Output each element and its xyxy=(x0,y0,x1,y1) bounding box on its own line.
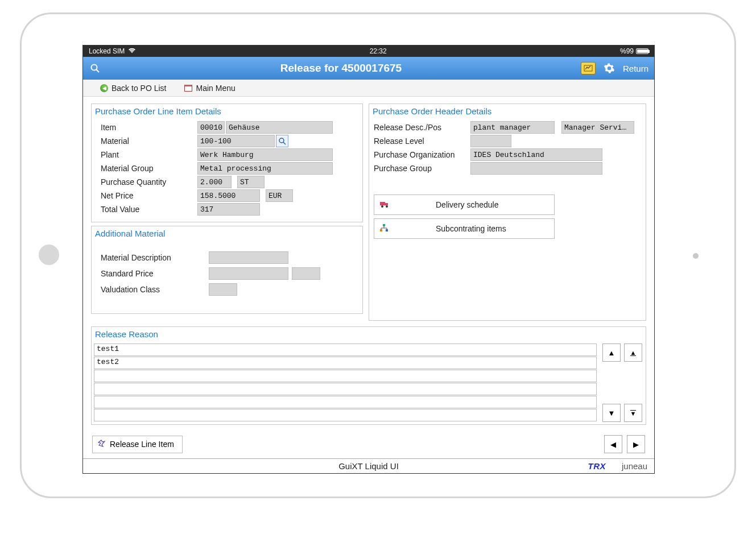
delivery-label: Delivery schedule xyxy=(436,200,499,209)
material-value: 100-100 xyxy=(197,135,275,147)
total-value: 317 xyxy=(197,203,260,216)
pgroup-label: Purchase Group xyxy=(374,164,470,173)
reason-line[interactable] xyxy=(94,370,597,382)
qty-label: Purchase Quantity xyxy=(101,177,197,187)
reason-title: Release Reason xyxy=(92,327,646,341)
scroll-down-button[interactable]: ▼ xyxy=(602,404,621,422)
screen: Locked SIM 22:32 %99 Release for 4500017… xyxy=(82,45,655,474)
svg-rect-10 xyxy=(380,229,382,231)
svg-point-8 xyxy=(386,205,388,208)
stdprice-cur[interactable] xyxy=(292,267,320,280)
sim-status: Locked SIM xyxy=(89,47,125,55)
back-label: Back to PO List xyxy=(111,84,166,93)
item-code: 00010 xyxy=(197,121,225,134)
calendar-icon xyxy=(184,85,192,92)
plant-value: Werk Hamburg xyxy=(197,148,333,161)
subcon-label: Subcontrating items xyxy=(436,224,506,233)
netprice-value: 158.5000 xyxy=(197,189,260,202)
reason-lines: test1 test2 xyxy=(94,344,597,422)
netprice-cur: EUR xyxy=(266,189,293,202)
footer-bar: GuiXT Liquid UI TRX juneau xyxy=(83,458,654,473)
matdesc-label: Material Description xyxy=(101,253,209,262)
wifi-icon xyxy=(128,47,136,55)
matgroup-label: Material Group xyxy=(101,164,197,173)
battery-percent: %99 xyxy=(620,47,634,55)
back-to-po-list[interactable]: ◀ Back to PO List xyxy=(100,84,166,93)
home-button-left xyxy=(39,245,59,265)
line-item-panel: Purchase Order Line Item Details Item 00… xyxy=(91,104,363,222)
svg-rect-6 xyxy=(385,203,388,205)
matgroup-value: Metal processing xyxy=(197,162,333,175)
qty-value: 2.000 xyxy=(197,176,232,188)
item-text: Gehäuse xyxy=(226,121,333,134)
netprice-label: Net Price xyxy=(101,191,197,200)
reldesc-label: Release Desc./Pos xyxy=(374,123,470,132)
svg-point-7 xyxy=(381,205,383,208)
header-panel: Purchase Order Header Details Release De… xyxy=(369,104,646,321)
prev-button[interactable]: ◀ xyxy=(604,435,622,453)
line-item-title: Purchase Order Line Item Details xyxy=(92,104,362,118)
reason-line[interactable]: test2 xyxy=(94,357,597,369)
bottom-action-row: Release Line Item ◀ ▶ xyxy=(91,435,646,453)
porg-label: Purchase Organization xyxy=(374,150,470,159)
addmat-title: Additional Material xyxy=(92,226,362,241)
battery-icon xyxy=(636,48,648,54)
svg-rect-11 xyxy=(386,229,388,231)
svg-rect-9 xyxy=(383,224,385,226)
trx-label[interactable]: TRX xyxy=(588,461,606,471)
material-label: Material xyxy=(101,136,197,146)
sap-shortcut-icon[interactable] xyxy=(581,62,596,75)
breadcrumb-nav: ◀ Back to PO List Main Menu xyxy=(83,80,654,97)
return-button[interactable]: Return xyxy=(623,64,648,73)
release-reason-panel: Release Reason test1 test2 ▲ ▲ ▼ xyxy=(91,326,646,425)
clock: 22:32 xyxy=(370,47,387,55)
scroll-bottom-button[interactable]: ▼ xyxy=(624,404,642,422)
header-title: Purchase Order Header Details xyxy=(369,104,646,118)
valclass-label: Valudation Class xyxy=(101,285,209,294)
page-title: Release for 4500017675 xyxy=(280,62,402,75)
reldesc-v2: Manager Servi… xyxy=(561,121,634,134)
gear-icon[interactable] xyxy=(604,63,615,74)
hierarchy-icon xyxy=(380,224,390,234)
reason-line[interactable] xyxy=(94,409,597,421)
reason-line[interactable]: test1 xyxy=(94,344,597,356)
item-label: Item xyxy=(101,123,197,132)
search-icon[interactable] xyxy=(89,62,101,75)
stdprice-label: Standard Price xyxy=(101,269,209,278)
scroll-up-button[interactable]: ▲ xyxy=(602,344,621,362)
content-area: Purchase Order Line Item Details Item 00… xyxy=(83,97,654,458)
main-menu-link[interactable]: Main Menu xyxy=(184,84,235,93)
ios-status-bar: Locked SIM 22:32 %99 xyxy=(83,45,654,57)
server-label: juneau xyxy=(622,461,647,471)
truck-icon xyxy=(380,200,390,210)
valclass-value[interactable] xyxy=(209,283,237,296)
subcontracting-items-button[interactable]: Subcontrating items xyxy=(374,218,555,239)
svg-rect-5 xyxy=(380,202,385,205)
svg-line-1 xyxy=(97,70,100,73)
total-label: Total Value xyxy=(101,205,197,214)
pgroup-value xyxy=(470,162,602,175)
rellevel-value xyxy=(470,135,511,147)
rellevel-label: Release Level xyxy=(374,136,470,146)
svg-point-0 xyxy=(92,65,97,71)
delivery-schedule-button[interactable]: Delivery schedule xyxy=(374,194,555,215)
footer-title: GuiXT Liquid UI xyxy=(338,461,399,471)
back-arrow-icon: ◀ xyxy=(100,84,108,92)
qty-unit: ST xyxy=(237,176,265,188)
porg-value: IDES Deutschland xyxy=(470,148,602,161)
next-button[interactable]: ▶ xyxy=(627,435,645,453)
svg-point-3 xyxy=(279,138,284,143)
reason-line[interactable] xyxy=(94,396,597,408)
release-icon xyxy=(97,440,105,449)
additional-material-panel: Additional Material Material Description… xyxy=(91,226,363,314)
matdesc-value[interactable] xyxy=(209,251,288,264)
plant-label: Plant xyxy=(101,150,197,159)
stdprice-value[interactable] xyxy=(209,267,288,280)
scroll-top-button[interactable]: ▲ xyxy=(624,344,642,362)
release-line-item-button[interactable]: Release Line Item xyxy=(92,436,183,453)
svg-line-4 xyxy=(283,142,286,144)
material-search-button[interactable] xyxy=(276,135,288,147)
camera-dot xyxy=(693,253,699,259)
app-toolbar: Release for 4500017675 Return xyxy=(83,57,654,80)
reason-line[interactable] xyxy=(94,383,597,395)
